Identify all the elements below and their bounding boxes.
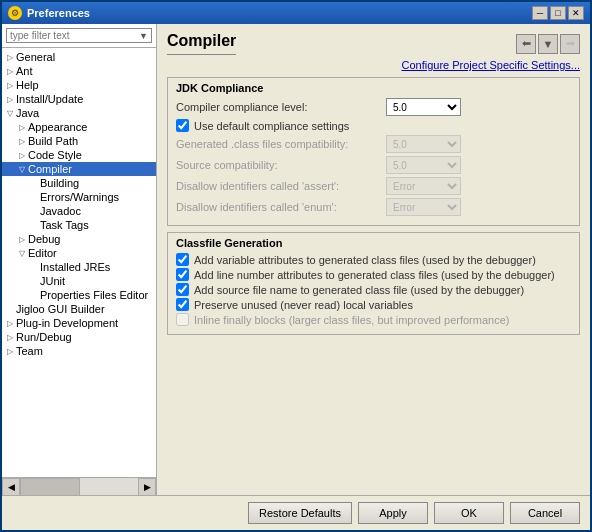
compiler-compliance-row: Compiler compliance level: 5.0 1.4 1.3 6… <box>176 98 571 116</box>
sidebar-item-javadoc[interactable]: Javadoc <box>2 204 156 218</box>
title-bar: ⚙ Preferences ─ □ ✕ <box>2 2 590 24</box>
nav-forward-button[interactable]: ➡ <box>560 34 580 54</box>
restore-defaults-button[interactable]: Restore Defaults <box>248 502 352 524</box>
sidebar-item-help[interactable]: ▷ Help <box>2 78 156 92</box>
sidebar-item-java[interactable]: ▽ Java <box>2 106 156 120</box>
sidebar-item-errors-warnings[interactable]: Errors/Warnings <box>2 190 156 204</box>
preserve-unused-row: Preserve unused (never read) local varia… <box>176 298 571 311</box>
sidebar-item-install-update[interactable]: ▷ Install/Update <box>2 92 156 106</box>
sidebar-item-label: Compiler <box>28 163 72 175</box>
ok-button[interactable]: OK <box>434 502 504 524</box>
expander-icon: ▷ <box>4 317 16 329</box>
sidebar-item-jigloo[interactable]: Jigloo GUI Builder <box>2 302 156 316</box>
add-variable-checkbox[interactable] <box>176 253 189 266</box>
scroll-right-button[interactable]: ▶ <box>138 478 156 495</box>
sidebar-item-label: Appearance <box>28 121 87 133</box>
sidebar-item-debug[interactable]: ▷ Debug <box>2 232 156 246</box>
sidebar-item-ant[interactable]: ▷ Ant <box>2 64 156 78</box>
maximize-button[interactable]: □ <box>550 6 566 20</box>
sidebar-item-installed-jres[interactable]: Installed JREs <box>2 260 156 274</box>
sidebar-item-label: Help <box>16 79 39 91</box>
sidebar-item-label: Install/Update <box>16 93 83 105</box>
sidebar-item-building[interactable]: Building <box>2 176 156 190</box>
expander-icon <box>28 275 40 287</box>
expander-icon: ▷ <box>16 135 28 147</box>
sidebar-item-task-tags[interactable]: Task Tags <box>2 218 156 232</box>
scrollbar-thumb[interactable] <box>20 478 80 495</box>
apply-button[interactable]: Apply <box>358 502 428 524</box>
bottom-bar: Restore Defaults Apply OK Cancel <box>2 495 590 530</box>
disallow-enum-select[interactable]: Error <box>386 198 461 216</box>
add-source-checkbox[interactable] <box>176 283 189 296</box>
sidebar-item-run-debug[interactable]: ▷ Run/Debug <box>2 330 156 344</box>
sidebar-item-build-path[interactable]: ▷ Build Path <box>2 134 156 148</box>
expander-icon: ▷ <box>16 233 28 245</box>
filter-input-wrap[interactable]: ▼ <box>6 28 152 43</box>
window-controls: ─ □ ✕ <box>532 6 584 20</box>
sidebar-item-label: Javadoc <box>40 205 81 217</box>
window-icon: ⚙ <box>8 6 22 20</box>
expander-icon <box>28 289 40 301</box>
sidebar-item-code-style[interactable]: ▷ Code Style <box>2 148 156 162</box>
add-source-label: Add source file name to generated class … <box>194 284 524 296</box>
sidebar-item-plugin-dev[interactable]: ▷ Plug-in Development <box>2 316 156 330</box>
use-default-compliance-row: Use default compliance settings <box>176 119 571 132</box>
filter-input[interactable] <box>10 30 139 41</box>
tree: ▷ General ▷ Ant ▷ Help ▷ Install/Update <box>2 48 156 477</box>
sidebar-item-label: Team <box>16 345 43 357</box>
content-area: ▼ ▷ General ▷ Ant ▷ Help <box>2 24 590 495</box>
expander-icon <box>4 303 16 315</box>
config-project-link[interactable]: Configure Project Specific Settings... <box>167 59 580 71</box>
compiler-compliance-select[interactable]: 5.0 1.4 1.3 6.0 <box>386 98 461 116</box>
source-compat-select[interactable]: 5.0 <box>386 156 461 174</box>
sidebar-item-label: Jigloo GUI Builder <box>16 303 105 315</box>
source-compat-row: Source compatibility: 5.0 <box>176 156 571 174</box>
sidebar-item-label: JUnit <box>40 275 65 287</box>
expander-icon <box>28 177 40 189</box>
add-variable-row: Add variable attributes to generated cla… <box>176 253 571 266</box>
generated-class-select[interactable]: 5.0 <box>386 135 461 153</box>
add-line-checkbox[interactable] <box>176 268 189 281</box>
compiler-compliance-label: Compiler compliance level: <box>176 101 386 113</box>
generated-class-row: Generated .class files compatibility: 5.… <box>176 135 571 153</box>
sidebar-item-junit[interactable]: JUnit <box>2 274 156 288</box>
disallow-assert-row: Disallow identifiers called 'assert': Er… <box>176 177 571 195</box>
minimize-button[interactable]: ─ <box>532 6 548 20</box>
scroll-left-button[interactable]: ◀ <box>2 478 20 495</box>
sidebar-scrollbar[interactable] <box>20 478 138 495</box>
filter-dropdown-arrow[interactable]: ▼ <box>139 31 148 41</box>
sidebar-item-label: Build Path <box>28 135 78 147</box>
expander-icon: ▽ <box>4 107 16 119</box>
close-button[interactable]: ✕ <box>568 6 584 20</box>
sidebar-item-label: Editor <box>28 247 57 259</box>
sidebar-item-appearance[interactable]: ▷ Appearance <box>2 120 156 134</box>
sidebar-item-label: Building <box>40 177 79 189</box>
add-source-row: Add source file name to generated class … <box>176 283 571 296</box>
inline-finally-checkbox[interactable] <box>176 313 189 326</box>
sidebar-item-team[interactable]: ▷ Team <box>2 344 156 358</box>
expander-icon <box>28 191 40 203</box>
disallow-assert-select[interactable]: Error <box>386 177 461 195</box>
window-title: Preferences <box>27 7 90 19</box>
sidebar-item-label: Ant <box>16 65 33 77</box>
classfile-group-title: Classfile Generation <box>176 237 571 249</box>
main-header: Compiler ⬅ ▼ ➡ <box>167 32 580 59</box>
expander-icon: ▷ <box>16 149 28 161</box>
nav-dropdown-button[interactable]: ▼ <box>538 34 558 54</box>
use-default-compliance-checkbox[interactable] <box>176 119 189 132</box>
generated-class-label: Generated .class files compatibility: <box>176 138 386 150</box>
sidebar-item-editor[interactable]: ▽ Editor <box>2 246 156 260</box>
nav-arrows: ⬅ ▼ ➡ <box>516 34 580 54</box>
sidebar-item-properties-files-editor[interactable]: Properties Files Editor <box>2 288 156 302</box>
expander-icon: ▷ <box>16 121 28 133</box>
sidebar-item-general[interactable]: ▷ General <box>2 50 156 64</box>
classfile-generation-group: Classfile Generation Add variable attrib… <box>167 232 580 335</box>
nav-back-button[interactable]: ⬅ <box>516 34 536 54</box>
sidebar-item-label: Run/Debug <box>16 331 72 343</box>
sidebar-item-label: Installed JREs <box>40 261 110 273</box>
expander-icon: ▷ <box>4 79 16 91</box>
sidebar-item-compiler[interactable]: ▽ Compiler <box>2 162 156 176</box>
cancel-button[interactable]: Cancel <box>510 502 580 524</box>
preserve-unused-label: Preserve unused (never read) local varia… <box>194 299 413 311</box>
preserve-unused-checkbox[interactable] <box>176 298 189 311</box>
